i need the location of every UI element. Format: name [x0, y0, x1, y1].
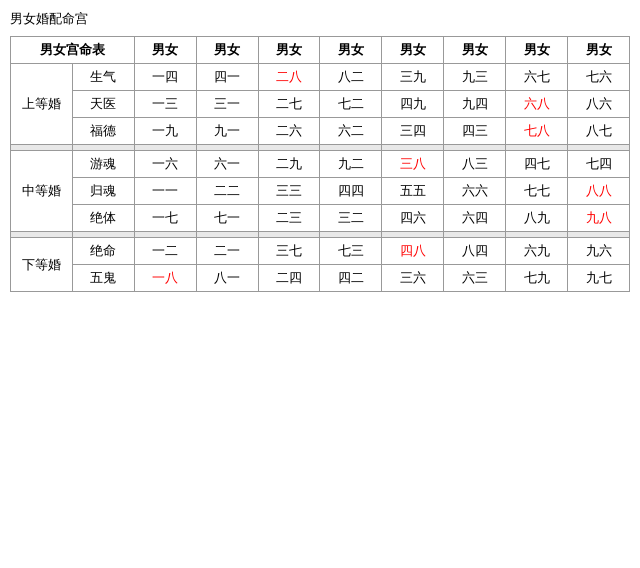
table-cell: 四八: [382, 238, 444, 265]
table-cell: 一八: [134, 265, 196, 292]
table-cell: 四四: [320, 178, 382, 205]
table-cell: 一六: [134, 151, 196, 178]
table-cell: 六九: [506, 238, 568, 265]
table-cell: 七二: [320, 91, 382, 118]
sub-label: 归魂: [72, 178, 134, 205]
table-cell: 三七: [258, 238, 320, 265]
table-cell: 七八: [506, 118, 568, 145]
table-cell: 八六: [568, 91, 630, 118]
table-cell: 九八: [568, 205, 630, 232]
table-row: 上等婚生气一四四一二八八二三九九三六七七六: [11, 64, 630, 91]
table-cell: 七四: [568, 151, 630, 178]
table-row: 福德一九九一二六六二三四四三七八八七: [11, 118, 630, 145]
table-cell: 四七: [506, 151, 568, 178]
table-row: 归魂一一二二三三四四五五六六七七八八: [11, 178, 630, 205]
table-cell: 八九: [506, 205, 568, 232]
table-cell: 八一: [196, 265, 258, 292]
table-cell: 三六: [382, 265, 444, 292]
table-cell: 六七: [506, 64, 568, 91]
col-header-3: 男女: [258, 37, 320, 64]
table-cell: 七七: [506, 178, 568, 205]
table-cell: 三九: [382, 64, 444, 91]
table-cell: 九三: [444, 64, 506, 91]
table-cell: 四三: [444, 118, 506, 145]
table-row: 五鬼一八八一二四四二三六六三七九九七: [11, 265, 630, 292]
sub-label: 绝体: [72, 205, 134, 232]
table-cell: 五五: [382, 178, 444, 205]
table-cell: 二一: [196, 238, 258, 265]
table-cell: 一二: [134, 238, 196, 265]
table-cell: 二二: [196, 178, 258, 205]
main-table: 男女宫命表 男女 男女 男女 男女 男女 男女 男女 男女 上等婚生气一四四一二…: [10, 36, 630, 292]
table-cell: 八八: [568, 178, 630, 205]
table-cell: 一一: [134, 178, 196, 205]
group-label: 上等婚: [11, 64, 73, 145]
table-row: 天医一三三一二七七二四九九四六八八六: [11, 91, 630, 118]
table-cell: 三四: [382, 118, 444, 145]
table-cell: 三一: [196, 91, 258, 118]
sub-label: 绝命: [72, 238, 134, 265]
col-header-4: 男女: [320, 37, 382, 64]
col-header-7: 男女: [506, 37, 568, 64]
table-cell: 七六: [568, 64, 630, 91]
table-cell: 七一: [196, 205, 258, 232]
table-cell: 二三: [258, 205, 320, 232]
table-cell: 四六: [382, 205, 444, 232]
table-cell: 一四: [134, 64, 196, 91]
sub-label: 五鬼: [72, 265, 134, 292]
table-cell: 八三: [444, 151, 506, 178]
group-label: 中等婚: [11, 151, 73, 232]
table-cell: 三三: [258, 178, 320, 205]
sub-label: 游魂: [72, 151, 134, 178]
col-header-5: 男女: [382, 37, 444, 64]
table-cell: 二八: [258, 64, 320, 91]
group-label: 下等婚: [11, 238, 73, 292]
sub-label: 生气: [72, 64, 134, 91]
table-cell: 九七: [568, 265, 630, 292]
table-cell: 八二: [320, 64, 382, 91]
table-cell: 一三: [134, 91, 196, 118]
table-row: 绝体一七七一二三三二四六六四八九九八: [11, 205, 630, 232]
table-cell: 二九: [258, 151, 320, 178]
table-cell: 六八: [506, 91, 568, 118]
col-header-2: 男女: [196, 37, 258, 64]
table-cell: 四九: [382, 91, 444, 118]
table-cell: 二四: [258, 265, 320, 292]
table-cell: 一七: [134, 205, 196, 232]
table-cell: 六六: [444, 178, 506, 205]
table-cell: 一九: [134, 118, 196, 145]
table-cell: 六一: [196, 151, 258, 178]
table-cell: 九六: [568, 238, 630, 265]
table-row: 中等婚游魂一六六一二九九二三八八三四七七四: [11, 151, 630, 178]
table-cell: 二七: [258, 91, 320, 118]
table-cell: 四二: [320, 265, 382, 292]
sub-label: 天医: [72, 91, 134, 118]
table-cell: 九四: [444, 91, 506, 118]
table-cell: 七九: [506, 265, 568, 292]
col-header-1: 男女: [134, 37, 196, 64]
table-cell: 六三: [444, 265, 506, 292]
table-cell: 三二: [320, 205, 382, 232]
table-cell: 八四: [444, 238, 506, 265]
table-cell: 三八: [382, 151, 444, 178]
table-cell: 四一: [196, 64, 258, 91]
table-cell: 六二: [320, 118, 382, 145]
table-cell: 六四: [444, 205, 506, 232]
table-row: 下等婚绝命一二二一三七七三四八八四六九九六: [11, 238, 630, 265]
table-top-left: 男女宫命表: [11, 37, 135, 64]
table-cell: 七三: [320, 238, 382, 265]
page-title: 男女婚配命宫: [10, 10, 630, 28]
col-header-8: 男女: [568, 37, 630, 64]
table-cell: 二六: [258, 118, 320, 145]
sub-label: 福德: [72, 118, 134, 145]
table-cell: 九二: [320, 151, 382, 178]
col-header-6: 男女: [444, 37, 506, 64]
table-cell: 九一: [196, 118, 258, 145]
table-cell: 八七: [568, 118, 630, 145]
